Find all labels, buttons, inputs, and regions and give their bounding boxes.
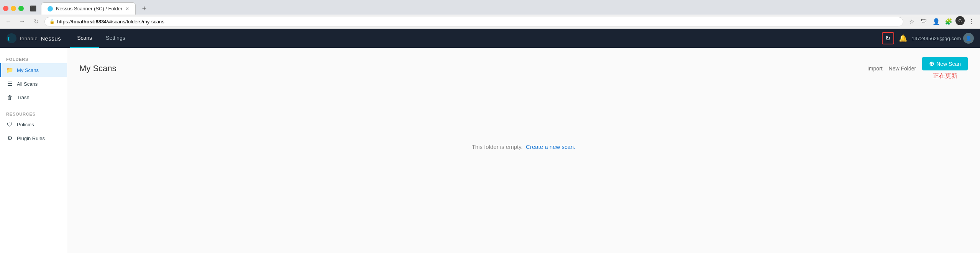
header-actions: ↻ 🔔 1472495626@qq.com 👤: [882, 32, 974, 44]
window-minimize[interactable]: −: [11, 6, 16, 11]
new-folder-button[interactable]: New Folder: [889, 65, 916, 72]
updating-label: 正在更新: [933, 72, 957, 80]
extensions-button[interactable]: 🧩: [943, 16, 954, 27]
tab-title: Nessus Scanner (SC) / Folder: [56, 6, 122, 11]
profile-button[interactable]: G: [955, 16, 965, 25]
tab-bar: ✕ − ⬜ ⬛ Nessus Scanner (SC) / Folder ✕ +: [0, 0, 980, 15]
url-display: https://localhost:8834/#/scans/folders/m…: [57, 19, 164, 24]
sidebar-item-plugin-rules[interactable]: ⚙ Plugin Rules: [0, 131, 67, 145]
window-close[interactable]: ✕: [3, 6, 8, 11]
browser-nav-actions: ☆ 🛡 👤 🧩 G ⋮: [906, 16, 977, 27]
back-button[interactable]: ←: [3, 16, 14, 27]
svg-text:t: t: [8, 36, 10, 42]
import-button[interactable]: Import: [867, 65, 883, 72]
new-tab-button[interactable]: +: [139, 3, 149, 14]
sidebar-item-trash[interactable]: 🗑 Trash: [0, 91, 67, 104]
shield-icon: 🛡: [6, 121, 13, 128]
app-name: Nessus: [41, 35, 61, 42]
empty-state: This folder is empty. Create a new scan.: [79, 89, 968, 204]
app-nav-tabs: Scans Settings: [70, 29, 132, 48]
tab-close-icon[interactable]: ✕: [125, 6, 129, 11]
user-info[interactable]: 1472495626@qq.com 👤: [912, 33, 974, 44]
menu-button[interactable]: ⋮: [966, 16, 977, 27]
gear-icon: ⚙: [6, 135, 13, 142]
trash-icon: 🗑: [6, 94, 13, 101]
logo: t tenable Nessus: [6, 33, 61, 44]
tab-switcher-button[interactable]: ⬛: [28, 5, 38, 12]
plus-icon: ⊕: [929, 60, 934, 67]
new-scan-label: New Scan: [936, 61, 961, 67]
refresh-button[interactable]: ↻: [882, 32, 894, 44]
app-header: t tenable Nessus Scans Settings ↻ 🔔 1472…: [0, 29, 980, 48]
resources-section-label: RESOURCES: [0, 109, 67, 118]
sidebar-item-label: All Scans: [17, 81, 38, 87]
folders-section-label: FOLDERS: [0, 54, 67, 63]
app-container: t tenable Nessus Scans Settings ↻ 🔔 1472…: [0, 29, 980, 253]
page-actions: Import New Folder ⊕ New Scan 正在更新: [867, 57, 968, 80]
empty-state-text: This folder is empty. Create a new scan.: [472, 144, 576, 150]
sidebar-item-label: Trash: [17, 95, 30, 100]
user-email: 1472495626@qq.com: [912, 36, 961, 41]
avatar: 👤: [963, 33, 974, 44]
create-new-scan-link[interactable]: Create a new scan.: [526, 144, 575, 150]
account-button[interactable]: 👤: [931, 16, 942, 27]
browser-chrome: ✕ − ⬜ ⬛ Nessus Scanner (SC) / Folder ✕ +…: [0, 0, 980, 29]
sidebar-item-all-scans[interactable]: ☰ All Scans: [0, 77, 67, 91]
sidebar: FOLDERS 📁 My Scans ☰ All Scans 🗑 Trash R…: [0, 48, 67, 253]
address-bar[interactable]: 🔒 https://localhost:8834/#/scans/folders…: [44, 17, 903, 26]
list-icon: ☰: [6, 80, 13, 87]
forward-button[interactable]: →: [17, 16, 28, 27]
reload-button[interactable]: ↻: [31, 16, 41, 27]
sidebar-item-label: My Scans: [17, 67, 39, 73]
main-content: My Scans Import New Folder ⊕ New Scan 正在…: [67, 48, 980, 253]
avatar-icon: 👤: [965, 36, 972, 41]
new-scan-button[interactable]: ⊕ New Scan: [922, 57, 968, 70]
folder-icon: 📁: [6, 67, 13, 73]
sidebar-item-label: Policies: [17, 122, 34, 127]
active-tab[interactable]: Nessus Scanner (SC) / Folder ✕: [41, 2, 136, 15]
app-body: FOLDERS 📁 My Scans ☰ All Scans 🗑 Trash R…: [0, 48, 980, 253]
sidebar-item-policies[interactable]: 🛡 Policies: [0, 118, 67, 131]
window-controls: ✕ − ⬜: [3, 6, 24, 11]
tenable-logo-icon: t: [6, 33, 17, 44]
sidebar-item-label: Plugin Rules: [17, 135, 45, 141]
tab-scans[interactable]: Scans: [70, 29, 99, 48]
navigation-bar: ← → ↻ 🔒 https://localhost:8834/#/scans/f…: [0, 15, 980, 29]
lock-icon: 🔒: [49, 19, 55, 24]
shield-button[interactable]: 🛡: [919, 16, 929, 27]
sidebar-item-my-scans[interactable]: 📁 My Scans: [0, 63, 67, 77]
notifications-button[interactable]: 🔔: [899, 34, 907, 42]
tab-favicon: [48, 6, 53, 11]
bookmark-button[interactable]: ☆: [906, 16, 917, 27]
tab-settings[interactable]: Settings: [99, 29, 132, 48]
page-title: My Scans: [79, 64, 867, 73]
page-header: My Scans Import New Folder ⊕ New Scan 正在…: [79, 57, 968, 80]
window-maximize[interactable]: ⬜: [18, 6, 24, 11]
